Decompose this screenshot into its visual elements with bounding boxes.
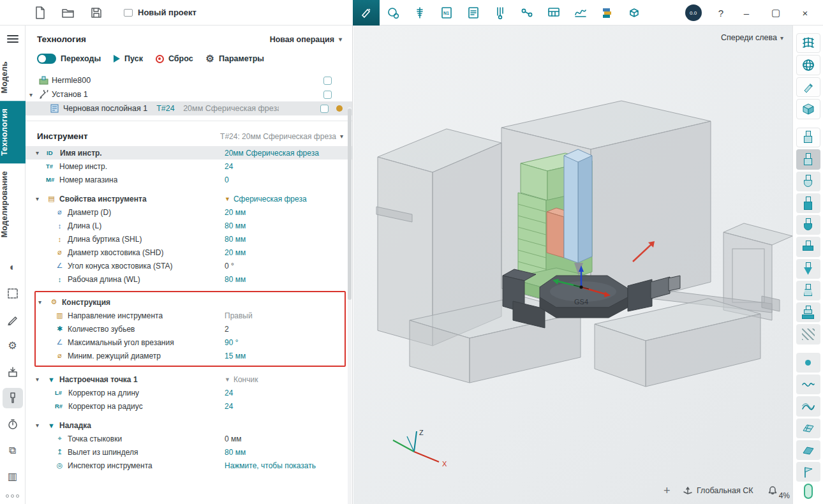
section-tool-properties[interactable]: ▾▤Свойства инструмента ▼Сферическая фрез… (26, 192, 352, 205)
prop-row-taper-angle[interactable]: ∠Угол конуса хвостовика (STA) 0 ° (26, 259, 352, 272)
wave-graph-button[interactable] (567, 0, 594, 26)
reset-button[interactable]: Сброс (156, 54, 193, 63)
sphere-gear-button[interactable] (380, 0, 406, 26)
point-button[interactable] (796, 353, 820, 373)
prop-value[interactable]: 24 (225, 162, 352, 171)
prop-value[interactable]: 80 мм (225, 235, 352, 244)
control-panel-button[interactable] (540, 0, 567, 26)
prop-value[interactable]: 15 мм (225, 352, 345, 360)
prop-row-shoulder-length[interactable]: ↕Длина буртика (SHL) 80 мм (26, 232, 352, 246)
face-mill-button[interactable] (796, 237, 820, 256)
copy-button[interactable]: ⧉ (3, 440, 23, 461)
plane-flag-button[interactable] (796, 462, 820, 482)
help-button[interactable]: ? (718, 8, 723, 19)
tab-model[interactable]: Модель (0, 54, 26, 101)
tool-library-button[interactable] (3, 388, 23, 408)
prop-value[interactable]: 20 мм (225, 248, 352, 257)
tab-technology[interactable]: Технология (0, 101, 26, 163)
section-setup-point[interactable]: ▾▼Настроечная точка 1 ▼Кончик (26, 373, 352, 386)
prop-row-length-corrector[interactable]: L#Корректор на длину 24 (26, 386, 352, 399)
prop-value[interactable]: 20 мм (225, 208, 352, 217)
prop-value[interactable]: ▼Сферическая фреза (225, 195, 352, 204)
selection-button[interactable] (3, 283, 23, 304)
prop-value[interactable]: 80 мм (225, 275, 352, 284)
user-avatar[interactable]: 0.0 (685, 4, 702, 21)
prop-value[interactable]: 0 ° (225, 262, 352, 271)
thread-tap-button[interactable] (406, 0, 433, 26)
prop-row-shank-diameter[interactable]: ⌀Диаметр хвостовика (SHD) 20 мм (26, 246, 352, 259)
prop-value[interactable]: 0 (225, 175, 352, 184)
run-button[interactable]: Пуск (114, 54, 143, 63)
contrast-view-button[interactable]: ◐ (3, 257, 23, 278)
cylinder-tool-button[interactable] (796, 193, 820, 213)
finish-brush-button[interactable] (353, 0, 380, 26)
scrollbar-thumb[interactable] (348, 108, 352, 300)
prop-value[interactable]: 20мм Сферическая фреза (225, 149, 352, 158)
close-button[interactable]: × (799, 8, 812, 19)
flat-mill-button[interactable] (796, 128, 820, 147)
tool-assembly-button[interactable] (796, 302, 820, 322)
prop-row-magazine-number[interactable]: M#Номер магазина 0 (26, 173, 352, 186)
notifications-button[interactable] (767, 485, 778, 496)
prop-row-radius-corrector[interactable]: R#Корректор на радиус 24 (26, 399, 352, 413)
hatch-button[interactable] (796, 324, 820, 344)
tab-modeling[interactable]: Моделирование (0, 163, 26, 245)
prop-row-diameter[interactable]: ⌀Диаметр (D) 20 мм (26, 205, 352, 219)
section-construction[interactable]: ▾⚙Конструкция (36, 295, 345, 309)
settings-button[interactable]: ⚙ (3, 336, 23, 356)
measure-tools-button[interactable] (487, 0, 514, 26)
nc-program-button[interactable]: N1 (433, 0, 460, 26)
ball-mill-button[interactable] (796, 215, 820, 235)
global-cs-button[interactable]: Глобальная СК (683, 485, 753, 496)
prop-value[interactable]: 90 ° (225, 338, 345, 347)
minimize-button[interactable]: – (740, 8, 753, 19)
prop-value[interactable]: 80 мм (225, 448, 352, 457)
prop-row-tool-number[interactable]: T#Номер инстр. 24 (26, 159, 352, 173)
prop-value[interactable]: 2 (225, 325, 345, 334)
save-file-button[interactable] (85, 2, 107, 24)
prop-value[interactable]: 80 мм (225, 221, 352, 230)
tree-row-machine[interactable]: Hermle800 (26, 73, 352, 87)
more-button[interactable] (6, 494, 19, 498)
view-mesh-button[interactable] (796, 33, 820, 53)
prop-value[interactable]: ▼Кончик (225, 375, 352, 384)
prop-row-name[interactable]: ▾IDИмя инстр. 20мм Сферическая фреза (26, 146, 352, 159)
prop-value[interactable]: 24 (225, 389, 352, 397)
tool-holder-button[interactable] (796, 281, 820, 300)
prop-row-dock-point[interactable]: ⌖Точка стыковки 0 мм (26, 432, 352, 445)
parameters-button[interactable]: ⚙ Параметры (206, 53, 264, 64)
report-doc-button[interactable] (460, 0, 487, 26)
inspector-link[interactable]: Нажмите, чтобы показать (225, 461, 352, 470)
press-button[interactable] (3, 362, 23, 382)
prop-row-working-length[interactable]: ↕Рабочая длина (WL) 80 мм (26, 272, 352, 286)
setup-checkbox[interactable] (323, 91, 332, 99)
open-file-button[interactable] (57, 2, 79, 24)
sketch-button[interactable] (3, 309, 23, 330)
new-file-button[interactable] (29, 2, 51, 24)
prop-row-teeth-count[interactable]: ✱Количество зубьев 2 (36, 322, 345, 336)
machine-3d-model[interactable]: GS4 Z X (353, 26, 792, 504)
prop-value[interactable]: 24 (225, 402, 352, 411)
panel-scrollbar[interactable] (348, 107, 352, 504)
postprocessor-button[interactable] (621, 0, 648, 26)
new-operation-dropdown[interactable]: Новая операция ▾ (270, 35, 342, 44)
viewport-3d[interactable]: GS4 Z X Спереди слева ▾ + (353, 26, 792, 504)
add-button[interactable]: + (664, 484, 671, 498)
surface-button[interactable] (796, 419, 820, 438)
toggle-switch[interactable] (37, 54, 56, 64)
curves-button[interactable] (796, 396, 820, 416)
axes-gizmo[interactable]: Z X (393, 429, 447, 468)
maximize-button[interactable]: ▢ (769, 7, 782, 19)
timer-button[interactable] (3, 414, 23, 434)
view-sphere-button[interactable] (796, 55, 820, 75)
prop-row-plunge-angle[interactable]: ∠Максимальный угол врезания 90 ° (36, 336, 345, 349)
prop-row-overhang[interactable]: ↥Вылет из шпинделя 80 мм (26, 445, 352, 459)
machine-checkbox[interactable] (323, 77, 332, 85)
zoom-level[interactable]: 4% (779, 491, 790, 500)
layers-button[interactable] (594, 0, 621, 26)
flat-mill-selected-button[interactable] (796, 149, 820, 169)
prop-row-direction[interactable]: ▥Направление инструмента Правый (36, 309, 345, 322)
prop-value[interactable]: Правый (225, 311, 345, 320)
prop-row-min-diameter[interactable]: ⌀Миним. режущий диаметр 15 мм (36, 349, 345, 362)
tree-row-operation[interactable]: Черновая послойная 1 T#24 20мм Сферическ… (26, 101, 352, 115)
